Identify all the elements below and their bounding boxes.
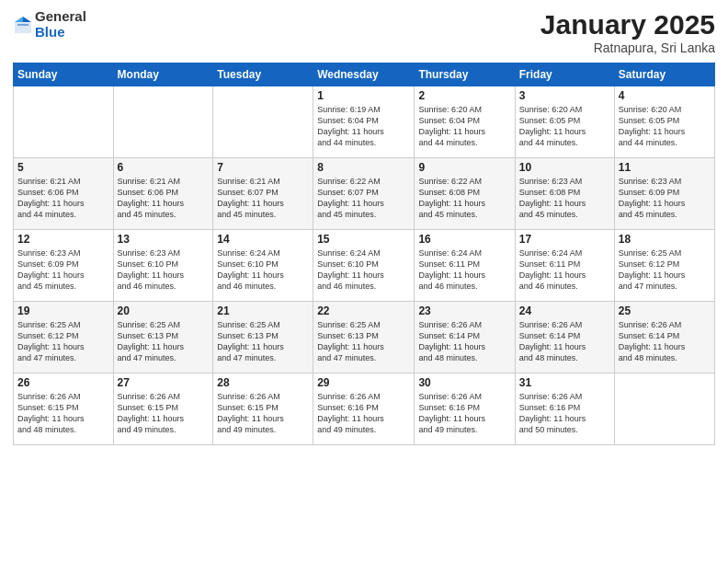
day-number: 12: [17, 233, 109, 246]
logo-text: General Blue: [35, 9, 86, 40]
table-row: 20Sunrise: 6:25 AM Sunset: 6:13 PM Dayli…: [113, 302, 213, 373]
day-info: Sunrise: 6:25 AM Sunset: 6:13 PM Dayligh…: [317, 319, 410, 364]
calendar-table: Sunday Monday Tuesday Wednesday Thursday…: [13, 63, 715, 445]
day-info: Sunrise: 6:25 AM Sunset: 6:13 PM Dayligh…: [217, 319, 309, 364]
header-saturday: Saturday: [614, 63, 714, 86]
day-info: Sunrise: 6:24 AM Sunset: 6:11 PM Dayligh…: [519, 247, 610, 293]
table-row: 16Sunrise: 6:24 AM Sunset: 6:11 PM Dayli…: [415, 230, 515, 302]
header-sunday: Sunday: [14, 63, 114, 86]
day-number: 9: [418, 161, 510, 174]
logo-general-text: General: [35, 9, 86, 25]
table-row: 13Sunrise: 6:23 AM Sunset: 6:10 PM Dayli…: [113, 230, 213, 302]
day-number: 13: [118, 233, 210, 246]
day-number: 16: [418, 233, 510, 246]
table-row: 23Sunrise: 6:26 AM Sunset: 6:14 PM Dayli…: [415, 302, 515, 373]
day-info: Sunrise: 6:19 AM Sunset: 6:04 PM Dayligh…: [317, 104, 410, 149]
day-info: Sunrise: 6:26 AM Sunset: 6:15 PM Dayligh…: [217, 391, 309, 436]
table-row: 27Sunrise: 6:26 AM Sunset: 6:15 PM Dayli…: [113, 373, 213, 445]
day-info: Sunrise: 6:21 AM Sunset: 6:06 PM Dayligh…: [17, 176, 109, 221]
table-row: 28Sunrise: 6:26 AM Sunset: 6:15 PM Dayli…: [213, 373, 313, 445]
day-number: 8: [317, 161, 410, 174]
day-number: 29: [317, 376, 410, 389]
day-info: Sunrise: 6:24 AM Sunset: 6:10 PM Dayligh…: [317, 247, 410, 293]
table-row: 22Sunrise: 6:25 AM Sunset: 6:13 PM Dayli…: [313, 302, 415, 373]
table-row: 14Sunrise: 6:24 AM Sunset: 6:10 PM Dayli…: [213, 230, 313, 302]
day-info: Sunrise: 6:22 AM Sunset: 6:08 PM Dayligh…: [418, 176, 510, 221]
day-number: 19: [17, 304, 109, 317]
day-info: Sunrise: 6:25 AM Sunset: 6:13 PM Dayligh…: [118, 319, 210, 364]
day-number: 27: [118, 376, 210, 389]
table-row: 5Sunrise: 6:21 AM Sunset: 6:06 PM Daylig…: [14, 158, 114, 230]
day-number: 25: [619, 304, 711, 317]
header-thursday: Thursday: [415, 63, 515, 86]
day-info: Sunrise: 6:22 AM Sunset: 6:07 PM Dayligh…: [317, 176, 410, 221]
day-info: Sunrise: 6:26 AM Sunset: 6:16 PM Dayligh…: [519, 391, 610, 436]
table-row: 31Sunrise: 6:26 AM Sunset: 6:16 PM Dayli…: [515, 373, 614, 445]
day-number: 21: [217, 304, 309, 317]
day-info: Sunrise: 6:23 AM Sunset: 6:10 PM Dayligh…: [118, 247, 210, 293]
calendar-location: Ratnapura, Sri Lanka: [540, 40, 715, 55]
page: General Blue January 2025 Ratnapura, Sri…: [0, 0, 728, 563]
table-row: 30Sunrise: 6:26 AM Sunset: 6:16 PM Dayli…: [415, 373, 515, 445]
svg-marker-3: [15, 17, 23, 22]
day-number: 20: [118, 304, 210, 317]
day-info: Sunrise: 6:26 AM Sunset: 6:15 PM Dayligh…: [118, 391, 210, 436]
table-row: 17Sunrise: 6:24 AM Sunset: 6:11 PM Dayli…: [515, 230, 614, 302]
table-row: 25Sunrise: 6:26 AM Sunset: 6:14 PM Dayli…: [614, 302, 714, 373]
table-row: 8Sunrise: 6:22 AM Sunset: 6:07 PM Daylig…: [313, 158, 415, 230]
day-number: 28: [217, 376, 309, 389]
day-info: Sunrise: 6:26 AM Sunset: 6:15 PM Dayligh…: [17, 391, 109, 436]
table-row: 2Sunrise: 6:20 AM Sunset: 6:04 PM Daylig…: [415, 86, 515, 158]
weekday-header-row: Sunday Monday Tuesday Wednesday Thursday…: [14, 63, 715, 86]
calendar-week-row: 5Sunrise: 6:21 AM Sunset: 6:06 PM Daylig…: [14, 158, 715, 230]
day-info: Sunrise: 6:26 AM Sunset: 6:16 PM Dayligh…: [317, 391, 410, 436]
header-friday: Friday: [515, 63, 614, 86]
day-number: 31: [519, 376, 610, 389]
day-number: 3: [519, 89, 610, 102]
day-info: Sunrise: 6:26 AM Sunset: 6:16 PM Dayligh…: [418, 391, 510, 436]
calendar-week-row: 12Sunrise: 6:23 AM Sunset: 6:09 PM Dayli…: [14, 230, 715, 302]
day-info: Sunrise: 6:20 AM Sunset: 6:04 PM Dayligh…: [418, 104, 510, 149]
day-info: Sunrise: 6:23 AM Sunset: 6:08 PM Dayligh…: [519, 176, 610, 221]
day-number: 24: [519, 304, 610, 317]
day-info: Sunrise: 6:20 AM Sunset: 6:05 PM Dayligh…: [519, 104, 610, 149]
table-row: 10Sunrise: 6:23 AM Sunset: 6:08 PM Dayli…: [515, 158, 614, 230]
day-number: 30: [418, 376, 510, 389]
day-info: Sunrise: 6:21 AM Sunset: 6:07 PM Dayligh…: [217, 176, 309, 221]
svg-rect-4: [17, 24, 28, 26]
day-number: 18: [619, 233, 711, 246]
day-number: 7: [217, 161, 309, 174]
day-info: Sunrise: 6:26 AM Sunset: 6:14 PM Dayligh…: [619, 319, 711, 364]
table-row: 12Sunrise: 6:23 AM Sunset: 6:09 PM Dayli…: [14, 230, 114, 302]
day-number: 5: [17, 161, 109, 174]
table-row: 15Sunrise: 6:24 AM Sunset: 6:10 PM Dayli…: [313, 230, 415, 302]
table-row: 3Sunrise: 6:20 AM Sunset: 6:05 PM Daylig…: [515, 86, 614, 158]
day-number: 14: [217, 233, 309, 246]
day-number: 11: [619, 161, 711, 174]
day-info: Sunrise: 6:21 AM Sunset: 6:06 PM Dayligh…: [118, 176, 210, 221]
table-row: 9Sunrise: 6:22 AM Sunset: 6:08 PM Daylig…: [415, 158, 515, 230]
day-info: Sunrise: 6:25 AM Sunset: 6:12 PM Dayligh…: [619, 247, 711, 293]
table-row: [113, 86, 213, 158]
table-row: 18Sunrise: 6:25 AM Sunset: 6:12 PM Dayli…: [614, 230, 714, 302]
header-tuesday: Tuesday: [213, 63, 313, 86]
day-number: 15: [317, 233, 410, 246]
calendar-week-row: 1Sunrise: 6:19 AM Sunset: 6:04 PM Daylig…: [14, 86, 715, 158]
day-number: 4: [619, 89, 711, 102]
day-number: 23: [418, 304, 510, 317]
day-info: Sunrise: 6:24 AM Sunset: 6:11 PM Dayligh…: [418, 247, 510, 293]
day-number: 26: [17, 376, 109, 389]
day-number: 22: [317, 304, 410, 317]
day-info: Sunrise: 6:26 AM Sunset: 6:14 PM Dayligh…: [519, 319, 610, 364]
day-info: Sunrise: 6:24 AM Sunset: 6:10 PM Dayligh…: [217, 247, 309, 293]
day-info: Sunrise: 6:20 AM Sunset: 6:05 PM Dayligh…: [619, 104, 711, 149]
table-row: 1Sunrise: 6:19 AM Sunset: 6:04 PM Daylig…: [313, 86, 415, 158]
calendar-week-row: 19Sunrise: 6:25 AM Sunset: 6:12 PM Dayli…: [14, 302, 715, 373]
logo: General Blue: [13, 9, 86, 40]
calendar-title: January 2025: [540, 9, 715, 40]
day-info: Sunrise: 6:25 AM Sunset: 6:12 PM Dayligh…: [17, 319, 109, 364]
table-row: 21Sunrise: 6:25 AM Sunset: 6:13 PM Dayli…: [213, 302, 313, 373]
table-row: 4Sunrise: 6:20 AM Sunset: 6:05 PM Daylig…: [614, 86, 714, 158]
header-monday: Monday: [113, 63, 213, 86]
table-row: [14, 86, 114, 158]
